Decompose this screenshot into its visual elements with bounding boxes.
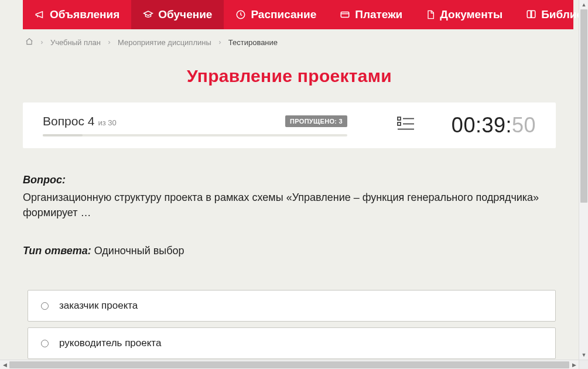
vertical-scrollbar[interactable]: ▲ ▼ [579,0,588,360]
scroll-thumb[interactable] [580,9,587,203]
nav-item-announcements[interactable]: Объявления [23,0,131,29]
question-list-button[interactable] [397,117,415,134]
answer-type-label: Тип ответа: [23,245,91,257]
timer: 00:39:50 [452,113,536,138]
nav-label: Обучение [158,8,212,21]
timer-ms: 50 [512,113,536,137]
top-nav: Объявления Обучение Расписание [23,0,573,29]
book-icon [526,9,536,20]
question-block: Вопрос: Организационную структуру проект… [23,174,556,360]
scroll-right-arrow[interactable]: ▶ [569,360,579,369]
megaphone-icon [35,9,45,20]
breadcrumb-item[interactable]: Учебный план [50,38,101,47]
skipped-badge: ПРОПУЩЕНО: 3 [285,115,347,127]
breadcrumb: Учебный план Мероприятие дисциплины Тест… [5,29,573,56]
progress-area: Вопрос 4 из 30 ПРОПУЩЕНО: 3 [43,114,347,136]
nav-item-education[interactable]: Обучение [131,0,224,29]
nav-label: Объявления [50,8,119,21]
chevron-right-icon [107,40,112,45]
question-number: Вопрос 4 [43,114,94,128]
nav-item-payments[interactable]: Платежи [328,0,414,29]
nav-label: Расписание [251,8,316,21]
timer-main: 00:39: [452,113,512,137]
answer-radio[interactable] [41,340,49,347]
progress-bar [43,134,347,136]
nav-label: Документы [440,8,502,21]
nav-item-library[interactable]: Библиотека [514,0,579,29]
breadcrumb-item[interactable]: Мероприятие дисциплины [118,38,211,47]
scroll-corner [579,360,588,369]
answer-option[interactable]: руководитель проекта [28,327,556,359]
nav-item-documents[interactable]: Документы [414,0,514,29]
scroll-up-arrow[interactable]: ▲ [579,0,588,9]
svg-rect-2 [398,117,401,120]
breadcrumb-current: Тестирование [228,38,278,47]
breadcrumb-home[interactable] [25,37,33,47]
question-heading: Вопрос: [23,174,556,186]
scroll-left-arrow[interactable]: ◀ [0,360,9,369]
status-card: Вопрос 4 из 30 ПРОПУЩЕНО: 3 [23,102,556,148]
question-of: из 30 [98,118,116,127]
document-icon [426,9,435,20]
page-title: Управление проектами [5,66,573,86]
nav-item-schedule[interactable]: Расписание [224,0,328,29]
answers-list: заказчик проекта руководитель проекта [28,290,556,360]
answer-type-row: Тип ответа: Одиночный выбор [23,245,556,257]
scroll-down-arrow[interactable]: ▼ [579,350,588,360]
scroll-thumb[interactable] [9,361,569,368]
svg-rect-1 [341,12,349,18]
nav-label: Платежи [355,8,402,21]
progress-fill [43,134,83,136]
horizontal-scrollbar[interactable]: ◀ ▶ [0,360,579,369]
question-text: Организационную структуру проекта в рамк… [23,190,550,220]
home-icon [25,39,33,47]
clock-icon [235,9,246,20]
nav-label: Библиотека [541,8,579,21]
answer-label: заказчик проекта [59,300,138,312]
chevron-right-icon [217,40,223,45]
chevron-right-icon [39,40,45,45]
answer-option[interactable]: заказчик проекта [28,290,556,322]
graduation-icon [143,9,153,20]
card-icon [340,9,350,20]
answer-type-value: Одиночный выбор [91,245,184,257]
answer-radio[interactable] [41,302,49,310]
svg-rect-4 [398,122,401,125]
answer-label: руководитель проекта [59,337,161,349]
